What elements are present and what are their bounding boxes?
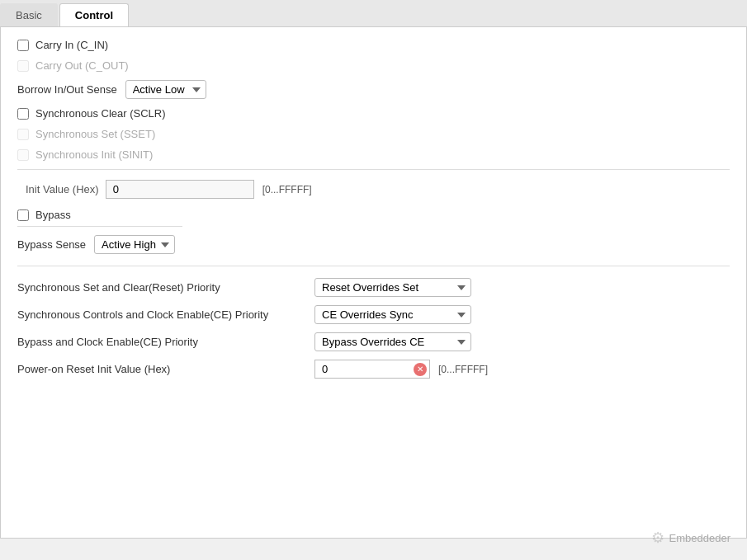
bypass-label: Bypass (35, 209, 71, 221)
sync-set-clear-priority-label: Synchronous Set and Clear(Reset) Priorit… (17, 281, 314, 294)
watermark: ⚙ Embeddeder (651, 529, 730, 547)
sync-clear-row: Synchronous Clear (SCLR) (17, 107, 730, 120)
sync-set-clear-priority-row: Synchronous Set and Clear(Reset) Priorit… (17, 278, 730, 297)
carry-out-label: Carry Out (C_OUT) (35, 59, 129, 72)
init-value-range: [0...FFFFF] (262, 184, 312, 195)
sync-ce-priority-select[interactable]: CE Overrides Sync Sync Overrides CE (314, 305, 471, 324)
init-value-row: Init Value (Hex) [0...FFFFF] (17, 180, 730, 199)
carry-out-row: Carry Out (C_OUT) (17, 59, 730, 72)
carry-in-label: Carry In (C_IN) (35, 39, 108, 51)
divider-1 (17, 169, 730, 170)
bypass-ce-priority-label: Bypass and Clock Enable(CE) Priority (17, 336, 314, 348)
watermark-icon: ⚙ (651, 529, 664, 547)
borrow-sense-row: Borrow In/Out Sense Active Low Active Hi… (17, 80, 730, 99)
init-value-label: Init Value (Hex) (26, 183, 99, 195)
bypass-divider (17, 226, 182, 227)
bypass-sense-label: Bypass Sense (17, 238, 86, 251)
control-panel: Carry In (C_IN) Carry Out (C_OUT) Borrow… (0, 27, 747, 539)
borrow-sense-select[interactable]: Active Low Active High (125, 80, 206, 99)
sync-ce-priority-row: Synchronous Controls and Clock Enable(CE… (17, 305, 730, 324)
carry-in-checkbox[interactable] (17, 40, 29, 51)
sync-set-clear-priority-select[interactable]: Reset Overrides Set Set Overrides Reset (314, 278, 471, 297)
bypass-checkbox-row: Bypass (17, 209, 730, 221)
sync-init-label: Synchronous Init (SINIT) (35, 148, 153, 161)
carry-out-checkbox[interactable] (17, 60, 29, 72)
bypass-checkbox[interactable] (17, 209, 29, 221)
bypass-ce-priority-select[interactable]: Bypass Overrides CE CE Overrides Bypass (314, 332, 471, 351)
power-on-reset-input[interactable] (314, 360, 430, 379)
power-on-reset-label: Power-on Reset Init Value (Hex) (17, 363, 314, 375)
priority-section: Synchronous Set and Clear(Reset) Priorit… (17, 278, 730, 379)
sync-set-label: Synchronous Set (SSET) (35, 128, 155, 140)
sync-init-row: Synchronous Init (SINIT) (17, 148, 730, 161)
sync-clear-checkbox[interactable] (17, 108, 29, 120)
sync-clear-label: Synchronous Clear (SCLR) (35, 107, 166, 120)
tab-basic[interactable]: Basic (0, 3, 58, 26)
sync-ce-priority-label: Synchronous Controls and Clock Enable(CE… (17, 308, 314, 321)
power-on-reset-clear-button[interactable]: ✕ (414, 363, 427, 376)
tab-bar: Basic Control (0, 0, 747, 27)
init-value-input[interactable] (106, 180, 254, 199)
tab-control[interactable]: Control (59, 3, 129, 26)
bypass-sense-select[interactable]: Active High Active Low (94, 235, 175, 254)
power-on-reset-row: Power-on Reset Init Value (Hex) ✕ [0...F… (17, 360, 730, 379)
carry-in-row: Carry In (C_IN) (17, 39, 730, 51)
sync-set-row: Synchronous Set (SSET) (17, 128, 730, 140)
power-on-reset-range: [0...FFFFF] (438, 364, 488, 375)
borrow-sense-label: Borrow In/Out Sense (17, 83, 117, 96)
bypass-ce-priority-row: Bypass and Clock Enable(CE) Priority Byp… (17, 332, 730, 351)
power-on-reset-input-wrap: ✕ (314, 360, 430, 379)
sync-init-checkbox[interactable] (17, 149, 29, 161)
sync-set-checkbox[interactable] (17, 129, 29, 140)
bypass-sense-row: Bypass Sense Active High Active Low (17, 235, 730, 254)
section-divider (17, 266, 730, 266)
watermark-text: Embeddeder (669, 532, 730, 544)
main-container: Basic Control Carry In (C_IN) Carry Out … (0, 0, 747, 560)
